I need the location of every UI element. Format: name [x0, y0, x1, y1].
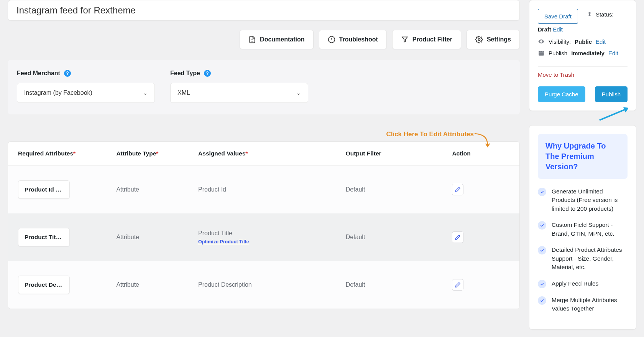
- feed-type-value: XML: [177, 89, 190, 96]
- status-edit-link[interactable]: Edit: [553, 26, 563, 33]
- attributes-table: Required Attributes* Attribute Type* Ass…: [8, 141, 520, 309]
- visibility-label: Visibility:: [549, 38, 571, 45]
- col-output-filter: Output Filter: [346, 150, 452, 157]
- feed-merchant-label: Feed Merchant ?: [17, 70, 155, 77]
- edit-attributes-hint: Click Here To Edit Attributes: [8, 131, 520, 138]
- publish-panel: Save Draft Status: Draft Edit Visibility…: [529, 0, 636, 111]
- gear-icon: [475, 36, 483, 43]
- title-box: Instagram feed for Rextheme: [8, 0, 520, 21]
- feed-type-select[interactable]: XML ⌄: [170, 83, 308, 103]
- publish-button[interactable]: Publish: [595, 86, 628, 102]
- sidebar: Save Draft Status: Draft Edit Visibility…: [529, 0, 636, 337]
- col-attribute-type: Attribute Type*: [116, 150, 198, 157]
- feature-text: Custom Field Support - Brand, GTIN, MPN,…: [552, 221, 628, 238]
- attribute-type: Attribute: [116, 234, 198, 241]
- publish-schedule-label: Publish: [549, 50, 567, 56]
- feed-type-group: Feed Type ? XML ⌄: [170, 70, 308, 103]
- arrow-annotation-icon: [473, 132, 491, 150]
- status-value-row: Draft Edit: [538, 26, 628, 33]
- upgrade-panel: Why Upgrade To The Premium Version? Gene…: [529, 125, 636, 330]
- visibility-edit-link[interactable]: Edit: [596, 38, 606, 45]
- visibility-row: Visibility: Public Edit: [538, 38, 628, 45]
- help-icon[interactable]: ?: [204, 70, 211, 77]
- purge-cache-button[interactable]: Purge Cache: [538, 86, 585, 102]
- troubleshoot-button[interactable]: Troubleshoot: [319, 30, 387, 49]
- visibility-value: Public: [575, 38, 592, 45]
- list-item: Detailed Product Attributes Support - Si…: [538, 246, 628, 271]
- product-filter-label: Product Filter: [412, 36, 452, 43]
- settings-button[interactable]: Settings: [467, 30, 520, 49]
- output-filter: Default: [346, 281, 452, 288]
- pencil-icon: [455, 282, 461, 288]
- attribute-type: Attribute: [116, 186, 198, 193]
- list-item: Custom Field Support - Brand, GTIN, MPN,…: [538, 221, 628, 238]
- col-assigned-values: Assigned Values*: [198, 150, 346, 157]
- feature-list: Generate Unlimited Products (Free versio…: [538, 187, 628, 313]
- attribute-type: Attribute: [116, 281, 198, 288]
- feed-type-label: Feed Type ?: [170, 70, 308, 77]
- publish-schedule-edit-link[interactable]: Edit: [608, 50, 618, 56]
- edit-row-button[interactable]: [452, 231, 463, 243]
- table-row: Product Desc…AttributeProduct Descriptio…: [8, 261, 519, 309]
- status-label: Status:: [596, 11, 614, 18]
- check-icon: [538, 296, 546, 305]
- documentation-button[interactable]: Documentation: [240, 30, 313, 49]
- publish-schedule-value: immediately: [571, 50, 605, 56]
- arrow-annotation-publish-icon: [598, 106, 632, 122]
- check-icon: [538, 280, 546, 288]
- table-row: Product Id [id]AttributeProduct IdDefaul…: [8, 166, 519, 213]
- settings-label: Settings: [487, 36, 511, 43]
- svg-rect-2: [539, 51, 544, 56]
- eye-icon: [538, 38, 545, 45]
- assigned-value: Product Description: [198, 281, 346, 288]
- output-filter: Default: [346, 186, 452, 193]
- edit-hint-text: Click Here To Edit Attributes: [386, 131, 474, 138]
- svg-point-1: [478, 39, 480, 41]
- save-draft-button[interactable]: Save Draft: [538, 9, 578, 24]
- feed-merchant-value: Instagram (by Facebook): [24, 89, 92, 96]
- output-filter: Default: [346, 234, 452, 241]
- publish-schedule-row: Publish immediately Edit: [538, 50, 628, 56]
- upgrade-title: Why Upgrade To The Premium Version?: [545, 141, 620, 172]
- edit-row-button[interactable]: [452, 279, 463, 291]
- check-icon: [538, 188, 546, 196]
- feature-text: Apply Feed Rules: [552, 279, 598, 288]
- pencil-icon: [455, 234, 461, 240]
- optimize-link[interactable]: Optimize Product Title: [198, 239, 249, 244]
- attribute-tag[interactable]: Product Desc…: [18, 276, 70, 294]
- check-icon: [538, 221, 546, 230]
- chevron-down-icon: ⌄: [296, 90, 301, 96]
- status-line: Status:: [586, 11, 628, 18]
- list-item: Apply Feed Rules: [538, 279, 628, 288]
- attribute-tag[interactable]: Product Title …: [18, 228, 70, 246]
- upgrade-header: Why Upgrade To The Premium Version?: [538, 134, 628, 179]
- table-row: Product Title …AttributeProduct TitleOpt…: [8, 213, 519, 261]
- feed-merchant-label-text: Feed Merchant: [17, 70, 60, 77]
- feed-type-label-text: Feed Type: [170, 70, 200, 77]
- feed-merchant-select[interactable]: Instagram (by Facebook) ⌄: [17, 83, 155, 103]
- feed-options: Feed Merchant ? Instagram (by Facebook) …: [8, 60, 520, 114]
- status-value: Draft: [538, 26, 551, 33]
- toolbar: Documentation Troubleshoot Product Filte…: [8, 30, 520, 49]
- alert-icon: [328, 36, 335, 43]
- move-to-trash-link[interactable]: Move to Trash: [538, 71, 574, 78]
- edit-row-button[interactable]: [452, 184, 463, 195]
- col-required-attributes: Required Attributes*: [18, 150, 116, 157]
- feature-text: Generate Unlimited Products (Free versio…: [552, 187, 628, 213]
- feature-text: Merge Multiple Attributes Values Togethe…: [552, 296, 628, 313]
- pin-icon: [586, 12, 593, 18]
- feed-merchant-group: Feed Merchant ? Instagram (by Facebook) …: [17, 70, 155, 103]
- calendar-icon: [538, 50, 545, 56]
- page-title: Instagram feed for Rextheme: [16, 5, 511, 16]
- doc-icon: [248, 36, 256, 43]
- list-item: Merge Multiple Attributes Values Togethe…: [538, 296, 628, 313]
- pencil-icon: [455, 187, 461, 193]
- product-filter-button[interactable]: Product Filter: [392, 30, 461, 49]
- table-header: Required Attributes* Attribute Type* Ass…: [8, 142, 519, 166]
- col-action: Action: [452, 150, 509, 157]
- check-icon: [538, 246, 546, 254]
- attribute-tag[interactable]: Product Id [id]: [18, 180, 70, 199]
- chevron-down-icon: ⌄: [143, 90, 148, 96]
- help-icon[interactable]: ?: [64, 70, 71, 77]
- feature-text: Detailed Product Attributes Support - Si…: [552, 246, 628, 271]
